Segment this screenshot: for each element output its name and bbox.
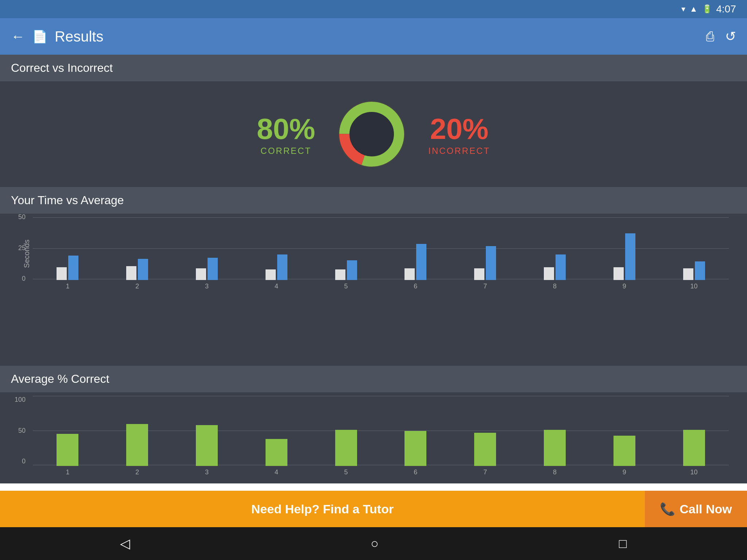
blue-bar — [556, 254, 566, 280]
call-now-text: Call Now — [680, 502, 732, 516]
time-bar-group — [544, 254, 566, 280]
correct-sub: CORRECT — [257, 146, 315, 156]
page-title: Results — [55, 28, 103, 45]
signal-icon: ▲ — [690, 4, 698, 14]
back-nav-icon[interactable]: ◁ — [120, 536, 130, 551]
avg-bar-group — [614, 436, 635, 466]
time-x-label: 3 — [196, 283, 218, 290]
green-bar — [266, 439, 287, 466]
time-x-label: 10 — [683, 283, 705, 290]
nav-bar: ◁ ○ □ — [0, 527, 747, 560]
time-bar-group — [196, 258, 218, 280]
avg-bar-group — [405, 431, 426, 466]
status-icons: ▾ ▲ 🔋 4:07 — [681, 3, 736, 15]
app-bar-right: ⎙ ↺ — [706, 29, 736, 44]
time-x-label: 9 — [614, 283, 635, 290]
green-bar — [614, 436, 635, 466]
white-bar — [544, 267, 554, 280]
share-button[interactable]: ⎙ — [706, 29, 714, 44]
app-bar: ← 📄 Results ⎙ ↺ — [0, 18, 747, 55]
blue-bar — [416, 244, 426, 280]
avg-bar-group — [335, 430, 357, 466]
blue-bar — [208, 258, 218, 280]
donut-container: 80% CORRECT 20% INCORRECT — [257, 92, 490, 176]
green-bar — [683, 430, 705, 466]
green-bar — [126, 424, 148, 466]
green-bar — [196, 425, 218, 466]
home-nav-icon[interactable]: ○ — [371, 536, 379, 551]
svg-point-3 — [350, 112, 394, 156]
white-bar — [683, 268, 693, 280]
green-bar — [335, 430, 357, 466]
avg-x-label: 5 — [332, 468, 361, 476]
time-bars-container — [33, 217, 729, 280]
avg-x-label: 10 — [680, 468, 709, 476]
white-bar — [57, 267, 67, 280]
separator — [0, 483, 747, 491]
avg-bar-group — [57, 434, 78, 466]
help-text: Need Help? Find a Tutor — [251, 502, 394, 516]
donut-chart — [330, 92, 414, 176]
app-bar-left: ← 📄 Results — [11, 28, 103, 45]
correct-pct: 80% — [257, 112, 315, 146]
avg-x-label: 3 — [192, 468, 221, 476]
blue-bar — [68, 256, 78, 280]
avg-x-label: 7 — [471, 468, 500, 476]
time-x-label: 7 — [474, 283, 496, 290]
incorrect-sub: INCORRECT — [428, 146, 490, 156]
y-label-50: 50 — [18, 427, 26, 435]
time-bar-group — [57, 256, 78, 280]
white-bar — [474, 268, 484, 280]
white-bar — [335, 269, 345, 280]
phone-icon: 📞 — [660, 502, 675, 516]
replay-button[interactable]: ↺ — [725, 29, 736, 44]
correct-incorrect-header: Correct vs Incorrect — [0, 55, 747, 81]
call-now-button[interactable]: 📞 Call Now — [645, 491, 747, 527]
time-x-label: 8 — [544, 283, 566, 290]
time-x-label: 4 — [266, 283, 287, 290]
time-bar-group — [335, 260, 357, 280]
y-label-0-avg: 0 — [22, 458, 26, 465]
blue-bar — [347, 260, 357, 280]
green-bar — [544, 430, 566, 466]
time-bar-group — [683, 261, 705, 280]
wifi-icon: ▾ — [681, 4, 685, 14]
time-bar-group — [474, 246, 496, 280]
help-banner: Need Help? Find a Tutor — [0, 491, 645, 527]
avg-x-label: 1 — [53, 468, 82, 476]
incorrect-label: 20% INCORRECT — [428, 112, 490, 156]
time-chart-area: Seconds 50 25 0 12345678910 — [33, 217, 729, 290]
white-bar — [126, 266, 136, 280]
time-bar-group — [126, 259, 148, 280]
avg-bars-container — [33, 396, 729, 466]
donut-section: 80% CORRECT 20% INCORRECT — [0, 81, 747, 187]
document-icon: 📄 — [32, 29, 47, 44]
avg-bar-group — [683, 430, 705, 466]
avg-x-labels: 12345678910 — [33, 468, 729, 476]
recents-nav-icon[interactable]: □ — [619, 536, 627, 551]
time-x-label: 6 — [405, 283, 426, 290]
status-bar: ▾ ▲ 🔋 4:07 — [0, 0, 747, 18]
avg-bar-group — [126, 424, 148, 466]
correct-label: 80% CORRECT — [257, 112, 315, 156]
white-bar — [614, 267, 624, 280]
y-axis-label: Seconds — [23, 240, 31, 268]
avg-x-label: 6 — [401, 468, 430, 476]
green-bar — [405, 431, 426, 466]
blue-bar — [138, 259, 148, 280]
white-bar — [196, 268, 206, 280]
avg-x-label: 4 — [262, 468, 291, 476]
avg-correct-header: Average % Correct — [0, 366, 747, 392]
avg-x-label: 8 — [540, 468, 569, 476]
avg-bar-group — [196, 425, 218, 466]
avg-bar-group — [474, 433, 496, 466]
y-label-100: 100 — [15, 396, 26, 404]
time-x-labels: 12345678910 — [33, 283, 729, 290]
battery-icon: 🔋 — [702, 4, 712, 14]
time-chart-header: Your Time vs Average — [0, 187, 747, 214]
green-bar — [474, 433, 496, 466]
incorrect-pct: 20% — [428, 112, 490, 146]
avg-bar-group — [544, 430, 566, 466]
back-button[interactable]: ← — [11, 29, 25, 44]
avg-chart-section: 100 50 0 12345678910 — [0, 392, 747, 483]
